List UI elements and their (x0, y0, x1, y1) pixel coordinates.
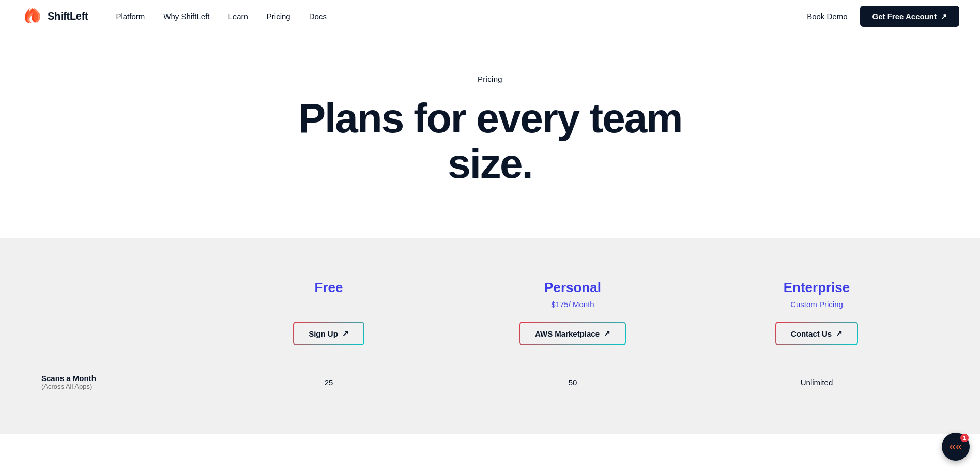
scans-label-main: Scans a Month (41, 374, 207, 383)
hero-title: Plans for every team size. (257, 96, 723, 187)
navbar: ShiftLeft Platform Why ShiftLeft Learn P… (0, 0, 980, 33)
contact-us-label: Contact Us (791, 329, 832, 338)
logo-icon (21, 7, 42, 26)
get-free-account-button[interactable]: Get Free Account ↗ (860, 6, 959, 27)
plan-col-enterprise: Enterprise Custom Pricing Contact Us ↗ (695, 269, 939, 361)
nav-link-pricing[interactable]: Pricing (259, 8, 298, 25)
chat-bubble[interactable]: «« 1 (942, 433, 970, 461)
logo-text: ShiftLeft (48, 10, 88, 22)
plan-name-personal: Personal (466, 280, 679, 296)
aws-marketplace-label: AWS Marketplace (535, 329, 600, 338)
signup-label: Sign Up (309, 329, 338, 338)
nav-link-why-shiftleft[interactable]: Why ShiftLeft (156, 8, 217, 25)
navbar-right: Book Demo Get Free Account ↗ (807, 6, 959, 27)
scans-value-free: 25 (207, 374, 451, 390)
pricing-section: Free Sign Up ↗ Personal $175/ Month AWS … (0, 238, 980, 434)
pricing-headers: Free Sign Up ↗ Personal $175/ Month AWS … (41, 269, 939, 361)
pricing-row-scans: Scans a Month (Across All Apps) 25 50 Un… (41, 361, 939, 403)
external-link-icon: ↗ (941, 12, 947, 21)
scans-label-sub: (Across All Apps) (41, 383, 207, 390)
aws-marketplace-arrow-icon: ↗ (604, 329, 610, 338)
nav-link-learn[interactable]: Learn (221, 8, 255, 25)
navbar-left: ShiftLeft Platform Why ShiftLeft Learn P… (21, 7, 334, 26)
scans-value-personal: 50 (451, 374, 695, 390)
plan-col-personal: Personal $175/ Month AWS Marketplace ↗ (451, 269, 695, 361)
contact-us-arrow-icon: ↗ (836, 329, 843, 338)
plan-btn-wrapper-enterprise: Contact Us ↗ (710, 322, 923, 345)
plan-name-enterprise: Enterprise (710, 280, 923, 296)
hero-label: Pricing (21, 74, 959, 83)
signup-button[interactable]: Sign Up ↗ (293, 322, 364, 345)
plan-price-enterprise: Custom Pricing (710, 300, 923, 311)
signup-arrow-icon: ↗ (342, 329, 349, 338)
hero-section: Pricing Plans for every team size. (0, 33, 980, 218)
aws-marketplace-button[interactable]: AWS Marketplace ↗ (519, 322, 626, 345)
chat-icon: «« (950, 440, 962, 453)
logo[interactable]: ShiftLeft (21, 7, 88, 26)
plan-col-free: Free Sign Up ↗ (207, 269, 451, 361)
pricing-row-label-scans: Scans a Month (Across All Apps) (41, 374, 207, 390)
nav-link-platform[interactable]: Platform (109, 8, 152, 25)
contact-us-button[interactable]: Contact Us ↗ (775, 322, 858, 345)
scans-value-enterprise: Unlimited (695, 374, 939, 390)
get-free-label: Get Free Account (872, 12, 937, 21)
plan-btn-wrapper-personal: AWS Marketplace ↗ (466, 322, 679, 345)
book-demo-link[interactable]: Book Demo (807, 12, 847, 21)
nav-link-docs[interactable]: Docs (302, 8, 334, 25)
plan-price-personal: $175/ Month (466, 300, 679, 311)
plan-btn-wrapper-free: Sign Up ↗ (222, 322, 435, 345)
plan-price-free (222, 300, 435, 311)
plan-name-free: Free (222, 280, 435, 296)
chat-badge: 1 (960, 434, 969, 442)
nav-links: Platform Why ShiftLeft Learn Pricing Doc… (109, 8, 333, 25)
